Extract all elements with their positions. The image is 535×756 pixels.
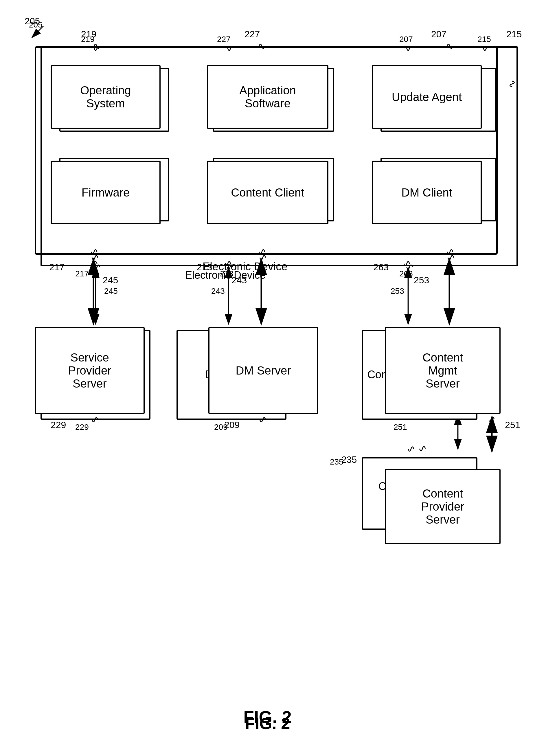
cms-label: ContentMgmtServer xyxy=(422,351,463,390)
ref-219-top: 219 xyxy=(81,29,96,40)
service-provider-server-box2: ServiceProviderServer xyxy=(35,327,145,414)
fig-label: FIG. 2 xyxy=(243,707,292,727)
app-sw-component-box: ApplicationSoftware xyxy=(207,65,328,129)
content-client-component-box: Content Client xyxy=(207,160,328,224)
dm-server-box2: DM Server xyxy=(208,327,318,414)
ref-227-top: 227 xyxy=(244,29,260,40)
firmware-label2: Firmware xyxy=(82,186,130,199)
ref-245-pos: 245 xyxy=(103,275,118,286)
ref-229-pos: 229 xyxy=(51,420,66,430)
ref-235-pos: 235 xyxy=(341,454,357,465)
sps-label: ServiceProviderServer xyxy=(68,351,111,390)
ref-213-pos: 213 xyxy=(197,262,212,273)
firmware-component-box: Firmware xyxy=(51,160,160,224)
os-component-box: OperatingSystem xyxy=(51,65,160,129)
content-mgmt-server-box2: ContentMgmtServer xyxy=(385,327,500,414)
os-label: OperatingSystem xyxy=(80,84,131,110)
update-agent-label2: Update Agent xyxy=(392,91,462,103)
ref-205-top: 205 xyxy=(25,16,40,27)
outer-electronic-device-box: OperatingSystem ApplicationSoftware Upda… xyxy=(35,46,498,255)
ref-251-pos: 251 xyxy=(505,420,520,430)
dm-client-component-box: DM Client xyxy=(372,160,482,224)
electronic-device-text: Electronic Device xyxy=(203,260,288,273)
ref-243-pos: 243 xyxy=(232,275,247,286)
ref-207-top: 207 xyxy=(431,29,446,40)
ref-263-pos: 263 xyxy=(373,262,389,273)
ref-217-pos: 217 xyxy=(49,262,65,273)
app-sw-label: ApplicationSoftware xyxy=(239,84,296,110)
content-client-label2: Content Client xyxy=(231,186,304,199)
ref-253-pos: 253 xyxy=(414,275,429,286)
update-agent-component-box: Update Agent xyxy=(372,65,482,129)
cps-label: ContentProviderServer xyxy=(421,487,465,526)
dm-server-label2: DM Server xyxy=(236,364,291,377)
content-provider-server-box2: ContentProviderServer xyxy=(385,469,500,544)
dm-client-label2: DM Client xyxy=(401,186,452,199)
ref-215-top: 215 xyxy=(506,29,522,40)
ref-209-pos: 209 xyxy=(224,420,239,430)
